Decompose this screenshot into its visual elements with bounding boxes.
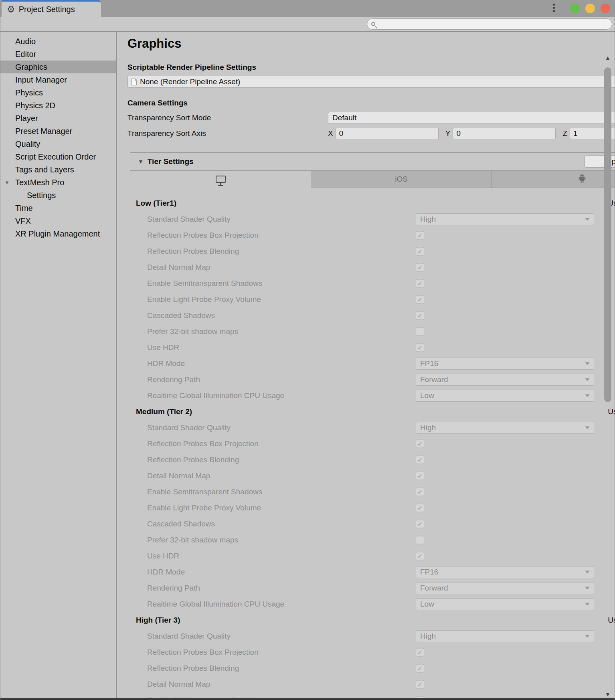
axis-z-label: Z	[562, 129, 567, 138]
tier-row-rendering-path: Rendering PathForward	[130, 580, 615, 596]
scroll-down-icon[interactable]: ▼	[602, 691, 613, 698]
render-pipeline-asset-field[interactable]: None (Render Pipeline Asset)	[127, 76, 615, 88]
tier-row-label: Enable Light Probe Proxy Volume	[147, 295, 261, 304]
tier-row-label: HDR Mode	[147, 568, 185, 577]
scroll-up-icon[interactable]: ▲	[602, 55, 613, 61]
sidebar-item-label: Preset Manager	[15, 127, 72, 136]
chevron-down-icon	[585, 603, 590, 606]
tier-row-dropdown: High	[416, 630, 594, 642]
tier-row-dropdown-value: FP16	[420, 568, 438, 577]
sidebar-item-textmesh-pro[interactable]: ▼TextMesh Pro	[0, 176, 116, 189]
tier-row-checkbox: ✓	[416, 440, 424, 448]
chevron-down-icon	[585, 571, 590, 574]
search-input[interactable]	[378, 20, 612, 28]
sidebar-item-physics-2d[interactable]: Physics 2D	[0, 99, 116, 112]
tab-ios[interactable]: iOS	[311, 171, 492, 188]
sidebar-item-physics[interactable]: Physics	[0, 86, 116, 99]
tier-row-label: HDR Mode	[147, 359, 185, 368]
minimize-button[interactable]	[570, 4, 580, 13]
tier-header: Medium (Tier 2)Use Defaults✓	[130, 404, 615, 420]
tier-row-enable-light-probe-proxy-volume: Enable Light Probe Proxy Volume✓	[130, 500, 615, 516]
tier-row-checkbox: ✓	[416, 456, 424, 464]
tier-row-checkbox: ✓	[416, 295, 424, 304]
tab-project-settings[interactable]: ⚙ Project Settings	[2, 0, 101, 17]
sidebar-item-editor[interactable]: Editor	[0, 48, 116, 61]
tier-row-prefer-32-bit-shadow-maps: Prefer 32-bit shadow maps	[130, 532, 615, 548]
tier-row-dropdown-value: High	[420, 632, 436, 641]
overflow-menu-icon[interactable]	[553, 4, 555, 12]
tier-row-use-hdr: Use HDR✓	[130, 340, 615, 356]
tier-row-dropdown: FP16	[416, 358, 594, 370]
tier-row-label: Rendering Path	[147, 584, 200, 593]
sidebar-item-tags-and-layers[interactable]: Tags and Layers	[0, 163, 116, 176]
sidebar-item-time[interactable]: Time	[0, 202, 116, 214]
sidebar-item-audio[interactable]: Audio	[0, 35, 116, 48]
tier-row-dropdown-value: Low	[420, 600, 434, 609]
gear-icon: ⚙	[7, 5, 15, 14]
sidebar-item-label: Script Execution Order	[15, 152, 96, 162]
tier-row-label: Cascaded Shadows	[147, 311, 215, 320]
android-icon	[578, 174, 587, 184]
sidebar-item-label: Physics	[15, 88, 43, 97]
asset-icon	[131, 79, 137, 85]
tier-row-standard-shader-quality: Standard Shader QualityHigh	[130, 420, 615, 436]
sidebar-item-settings[interactable]: Settings	[0, 189, 116, 202]
sidebar-item-script-execution-order[interactable]: Script Execution Order	[0, 150, 116, 163]
scrollbar-thumb[interactable]	[604, 67, 611, 402]
tier-row-dropdown-value: Forward	[420, 584, 448, 593]
sidebar-item-input-manager[interactable]: Input Manager	[0, 73, 116, 86]
search-field[interactable]	[367, 18, 612, 30]
tier-row-label: Cascaded Shadows	[147, 520, 215, 528]
settings-sidebar: AudioEditorGraphicsInput ManagerPhysicsP…	[0, 32, 117, 700]
sidebar-item-label: Physics 2D	[15, 101, 55, 110]
tier-row-dropdown: Forward	[416, 374, 594, 386]
tier-row-detail-normal-map: Detail Normal Map✓	[130, 259, 615, 275]
sidebar-item-label: Tags and Layers	[15, 165, 74, 174]
vertical-scrollbar[interactable]: ▲ ▼	[602, 55, 613, 698]
camera-section-title: Camera Settings	[127, 99, 615, 107]
restore-button[interactable]	[585, 4, 595, 13]
sidebar-item-preset-manager[interactable]: Preset Manager	[0, 125, 116, 138]
axis-x-group: X	[328, 128, 445, 139]
sidebar-item-label: XR Plugin Management	[15, 229, 100, 239]
tier-row-label: Prefer 32-bit shadow maps	[147, 327, 238, 336]
tier-section-high-tier-3: High (Tier 3)Use Defaults✓Standard Shade…	[130, 612, 615, 700]
foldout-triangle-icon[interactable]: ▼	[138, 158, 144, 165]
tab-desktop[interactable]	[130, 171, 311, 188]
sidebar-item-graphics[interactable]: Graphics	[0, 61, 116, 73]
tier-row-label: Reflection Probes Box Projection	[147, 439, 259, 448]
tier-row-checkbox: ✓	[416, 231, 424, 240]
foldout-triangle-icon[interactable]: ▼	[4, 180, 10, 186]
tier-row-reflection-probes-blending: Reflection Probes Blending✓	[130, 243, 615, 259]
tier-header: High (Tier 3)Use Defaults✓	[130, 612, 615, 628]
sidebar-item-vfx[interactable]: VFX	[0, 214, 116, 227]
sidebar-item-label: Player	[15, 114, 38, 123]
tab-android[interactable]	[492, 171, 615, 188]
transparency-sort-axis-row: Transparency Sort Axis X Y Z	[127, 128, 615, 139]
titlebar: ⚙ Project Settings	[0, 0, 615, 17]
axis-x-field[interactable]	[336, 128, 439, 139]
tier-row-checkbox: ✓	[416, 247, 424, 256]
tab-title: Project Settings	[19, 5, 75, 14]
axis-y-group: Y	[445, 128, 563, 139]
tier-row-reflection-probes-box-projection: Reflection Probes Box Projection✓	[130, 436, 615, 452]
tier-row-checkbox	[416, 536, 424, 544]
tier-row-checkbox	[416, 328, 424, 336]
tier-row-reflection-probes-blending: Reflection Probes Blending✓	[130, 660, 615, 676]
tier-row-reflection-probes-box-projection: Reflection Probes Box Projection✓	[130, 644, 615, 660]
axis-y-field[interactable]	[453, 128, 556, 139]
tier-row-checkbox: ✓	[416, 263, 424, 272]
sidebar-item-xr-plugin-management[interactable]: XR Plugin Management	[0, 227, 116, 240]
tier-row-enable-semitransparent-shadows: Enable Semitransparent Shadows✓	[130, 275, 615, 291]
tier-row-label: Standard Shader Quality	[147, 423, 231, 432]
close-button[interactable]	[601, 4, 610, 13]
tier-row-label: Enable Semitransparent Shadows	[147, 279, 262, 288]
tier-row-label: Detail Normal Map	[147, 680, 210, 689]
tier-row-hdr-mode: HDR ModeFP16	[130, 564, 615, 580]
tier-row-label: Reflection Probes Box Projection	[147, 648, 259, 657]
tier-name: High (Tier 3)	[136, 616, 180, 625]
sidebar-item-player[interactable]: Player	[0, 112, 116, 125]
platform-tabs: iOS	[130, 170, 615, 188]
sidebar-item-quality[interactable]: Quality	[0, 138, 116, 150]
transparency-sort-mode-dropdown[interactable]: Default	[328, 112, 615, 124]
